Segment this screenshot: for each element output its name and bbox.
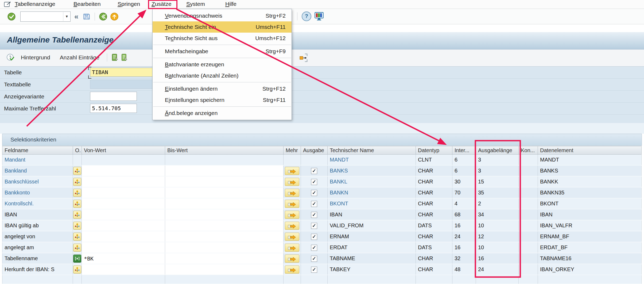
mehr-button[interactable] — [285, 189, 299, 197]
bis-wert-cell[interactable] — [165, 242, 284, 253]
bis-wert-cell[interactable] — [165, 253, 284, 264]
mehr-button[interactable] — [285, 178, 299, 186]
column-header-ausgabe[interactable]: Ausgabe — [301, 146, 328, 155]
feldname-cell[interactable]: Herkunft der IBAN: S — [2, 264, 73, 275]
column-header-ausgabel-nge[interactable]: Ausgabelänge — [476, 146, 519, 155]
back-icon[interactable] — [99, 12, 107, 21]
bis-wert-cell[interactable] — [165, 220, 284, 231]
multiple-selection-icon[interactable] — [73, 200, 81, 208]
bis-wert-cell[interactable] — [165, 198, 284, 209]
feldname-cell[interactable]: angelegt von — [2, 231, 73, 242]
menu-item-system[interactable]: System — [186, 1, 205, 7]
session-icon[interactable] — [4, 1, 12, 9]
menu-item-tabellenanzeige[interactable]: Tabellenanzeige — [15, 1, 55, 7]
bis-wert-cell[interactable] — [165, 176, 284, 187]
von-wert-cell[interactable] — [82, 187, 165, 198]
save-icon[interactable] — [83, 13, 91, 21]
bis-wert-cell[interactable] — [165, 187, 284, 198]
von-wert-cell[interactable] — [82, 231, 165, 242]
anzeigevariante-input[interactable] — [90, 92, 137, 101]
column-header-datentyp[interactable]: Datentyp — [416, 146, 452, 155]
ausgabe-checkbox[interactable]: ✓ — [311, 212, 317, 218]
column-header-kon[interactable]: Kon... — [519, 146, 538, 155]
column-header-feldname[interactable]: Feldname — [2, 146, 73, 155]
column-header-von-wert[interactable]: Von-Wert — [82, 146, 165, 155]
mehr-button[interactable] — [285, 200, 299, 208]
von-wert-cell[interactable]: *BK — [82, 253, 165, 264]
ausgabe-checkbox[interactable]: ✓ — [311, 267, 317, 273]
feldname-cell[interactable]: Bankkonto — [2, 187, 73, 198]
menu-item-springen[interactable]: Springen — [118, 1, 140, 7]
list-entries-alt-icon[interactable] — [121, 53, 128, 62]
bis-wert-cell[interactable] — [165, 165, 284, 176]
feldname-cell[interactable]: Mandant — [2, 155, 73, 166]
dropdown-item-verwendungsnachweis[interactable]: VerwendungsnachweisStrg+F2 — [153, 10, 292, 21]
feldname-cell[interactable]: IBAN — [2, 209, 73, 220]
feldname-cell[interactable]: Tabellenname — [2, 253, 73, 264]
command-dropdown-icon[interactable]: ▼ — [63, 12, 70, 21]
hintergrund-button[interactable]: Hintergrund — [19, 54, 52, 61]
column-header-datenelement[interactable]: Datenelement — [538, 146, 642, 155]
multiple-selection-icon[interactable] — [73, 167, 81, 175]
bis-wert-cell[interactable] — [165, 209, 284, 220]
von-wert-cell[interactable] — [82, 264, 165, 275]
ausgabe-checkbox[interactable]: ✓ — [311, 201, 317, 207]
collapse-chevron-icon[interactable]: « — [74, 13, 79, 21]
menu-item-zus-tze[interactable]: Zusätze — [152, 1, 172, 7]
bis-wert-cell[interactable] — [165, 231, 284, 242]
column-header-mehr[interactable]: Mehr — [284, 146, 301, 155]
column-header-o[interactable]: O. — [73, 146, 82, 155]
multiple-selection-icon[interactable] — [73, 266, 81, 274]
dropdown-item-einstellungen-ndern[interactable]: Einstellungen ändernStrg+F12 — [153, 83, 292, 94]
ausgabe-checkbox[interactable]: ✓ — [311, 179, 317, 185]
ausgabe-checkbox[interactable]: ✓ — [311, 256, 317, 262]
multiple-selection-icon[interactable] — [73, 233, 81, 241]
max-trefferzahl-input[interactable] — [90, 104, 137, 113]
multiple-selection-icon[interactable] — [73, 244, 81, 252]
feldname-cell[interactable]: Kontrollschl. — [2, 198, 73, 209]
ausgabe-checkbox[interactable]: ✓ — [311, 190, 317, 196]
anzahl-eintraege-button[interactable]: Anzahl Einträge — [58, 54, 101, 61]
new-session-monitor-icon[interactable] — [314, 12, 324, 21]
von-wert-cell[interactable] — [82, 242, 165, 253]
mehr-button[interactable] — [285, 233, 299, 241]
dropdown-item-nd-belege-anzeigen[interactable]: Änd.belege anzeigen — [153, 108, 292, 119]
mehr-button[interactable] — [285, 211, 299, 219]
multiple-selection-icon[interactable] — [73, 178, 81, 186]
von-wert-cell[interactable] — [82, 176, 165, 187]
ausgabe-checkbox[interactable]: ✓ — [311, 245, 317, 251]
multiple-selection-icon[interactable] — [73, 211, 81, 219]
von-wert-cell[interactable] — [82, 209, 165, 220]
exit-icon[interactable] — [110, 12, 119, 21]
ausgabe-checkbox[interactable]: ✓ — [311, 223, 317, 229]
ausgabe-checkbox[interactable]: ✓ — [311, 234, 317, 240]
menu-item-hilfe[interactable]: Hilfe — [225, 1, 236, 7]
dropdown-item-technische-sicht-aus[interactable]: Technische Sicht ausUmsch+F12 — [153, 33, 292, 44]
mehr-button[interactable] — [285, 266, 299, 274]
dropdown-item-mehrfacheingabe[interactable]: MehrfacheingabeStrg+F9 — [153, 46, 292, 57]
feldname-cell[interactable]: Bankland — [2, 165, 73, 176]
mehr-button[interactable] — [285, 244, 299, 252]
execute-with-clock-icon[interactable] — [6, 53, 15, 62]
feldname-cell[interactable]: Bankschlüssel — [2, 176, 73, 187]
von-wert-cell[interactable] — [82, 198, 165, 209]
list-entries-icon[interactable] — [111, 53, 118, 62]
dropdown-item-einstellungen-speichern[interactable]: Einstellungen speichernStrg+F11 — [153, 94, 292, 106]
feldname-cell[interactable]: IBAN gültig ab — [2, 220, 73, 231]
multiple-selection-icon[interactable] — [73, 189, 81, 197]
mehr-button[interactable] — [285, 167, 299, 175]
bis-wert-cell[interactable] — [165, 264, 284, 275]
column-header-technischer-name[interactable]: Technischer Name — [328, 146, 416, 155]
mehr-button[interactable] — [285, 255, 299, 263]
feldname-cell[interactable]: angelegt am — [2, 242, 73, 253]
enter-check-icon[interactable] — [7, 12, 16, 21]
multiple-selection-icon[interactable] — [73, 222, 81, 230]
column-header-inter[interactable]: Inter... — [452, 146, 476, 155]
command-input[interactable] — [21, 13, 63, 21]
mehr-button[interactable] — [285, 222, 299, 230]
help-icon[interactable]: ? — [302, 11, 311, 21]
dropdown-item-batchvariante-anzahl-zeilen[interactable]: Batchvariante (Anzahl Zeilen) — [153, 70, 292, 81]
dropdown-item-technische-sicht-ein[interactable]: Technische Sicht einUmsch+F11 — [153, 21, 292, 33]
exclude-selection-icon[interactable] — [73, 255, 81, 263]
von-wert-cell[interactable] — [82, 220, 165, 231]
